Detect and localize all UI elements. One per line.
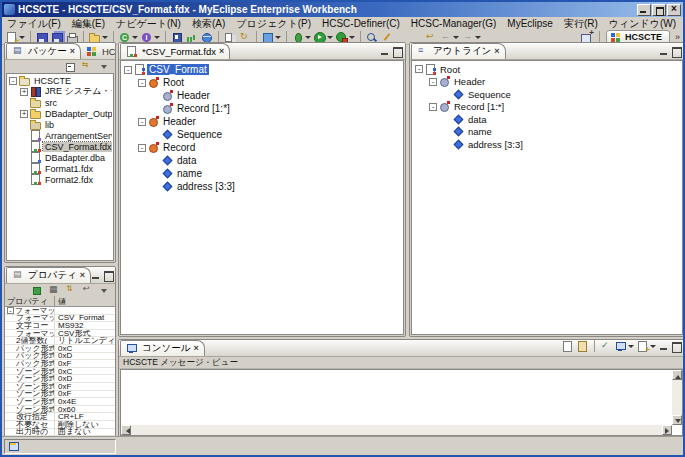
column-header-property[interactable]: プロパティ xyxy=(5,296,55,307)
scroll-down-button[interactable] xyxy=(672,415,682,425)
tab-console[interactable]: コンソール xyxy=(120,340,205,356)
close-icon[interactable] xyxy=(219,47,224,56)
tree-item[interactable]: DBadapter.dba xyxy=(8,152,112,163)
menu-item-9[interactable]: ウィンドウ(W) xyxy=(609,17,676,31)
sash-horizontal-console[interactable] xyxy=(118,337,685,339)
expander-minus-icon[interactable] xyxy=(415,65,423,73)
tree-item[interactable]: CSV_Format.fdx xyxy=(8,141,112,152)
console-output[interactable] xyxy=(120,369,683,436)
tab-properties[interactable]: プロパティ xyxy=(6,267,91,283)
close-icon[interactable] xyxy=(70,47,75,56)
tree-item[interactable]: data xyxy=(414,113,680,126)
expander-minus-icon[interactable] xyxy=(138,118,146,126)
expander-plus-icon[interactable] xyxy=(20,110,28,118)
restore-defaults-button[interactable] xyxy=(81,284,95,298)
expander-minus-icon[interactable] xyxy=(9,77,17,85)
maximize-editor-button[interactable] xyxy=(392,47,402,56)
view-menu-button[interactable] xyxy=(98,284,112,298)
show-categories-button[interactable] xyxy=(47,284,61,298)
tree-item[interactable]: DBadapter_Output xyxy=(8,108,112,119)
perspective-overflow-chevron[interactable] xyxy=(675,32,680,42)
console-horizontal-scrollbar[interactable] xyxy=(121,425,672,435)
menu-item-2[interactable]: ナビゲート(N) xyxy=(116,17,181,31)
collapse-all-button[interactable] xyxy=(64,60,78,74)
tree-item[interactable]: JRE システム・ライブラリー [jdk] xyxy=(8,86,112,97)
tree-item[interactable]: address [3:3] xyxy=(414,138,680,151)
tab-editor-csv-format[interactable]: *CSV_Format.fdx xyxy=(120,43,230,59)
menu-item-0[interactable]: ファイル(F) xyxy=(7,17,61,31)
window-restore-button[interactable] xyxy=(652,4,666,16)
open-console-button[interactable] xyxy=(636,339,657,353)
minimize-editor-button[interactable] xyxy=(380,47,390,56)
expander-minus-icon[interactable] xyxy=(124,66,132,74)
tree-item[interactable]: data xyxy=(123,154,401,167)
maximize-view-button[interactable] xyxy=(671,47,681,56)
expander-minus-icon[interactable] xyxy=(429,103,437,111)
filter-properties-button[interactable] xyxy=(64,284,78,298)
menu-item-3[interactable]: 検索(A) xyxy=(192,17,225,31)
menu-item-7[interactable]: MyEclipse xyxy=(507,18,553,29)
close-icon[interactable] xyxy=(494,47,499,56)
menu-item-1[interactable]: 編集(E) xyxy=(72,17,105,31)
tab-hcscte-view[interactable]: HCSCTE xyxy=(81,43,116,59)
display-console-button[interactable] xyxy=(614,339,635,353)
tree-item[interactable]: src xyxy=(8,97,112,108)
close-icon[interactable] xyxy=(193,344,198,353)
sash-vertical-main[interactable] xyxy=(116,42,118,438)
column-header-value[interactable]: 値 xyxy=(55,296,115,307)
menu-item-4[interactable]: プロジェクト(P) xyxy=(236,17,311,31)
maximize-view-button[interactable] xyxy=(103,271,113,280)
tree-item[interactable]: Header xyxy=(123,89,401,102)
tab-outline[interactable]: アウトライン xyxy=(411,43,506,59)
tree-item[interactable]: Record xyxy=(123,141,401,154)
expander-plus-icon[interactable] xyxy=(20,88,28,96)
pin-console-button[interactable] xyxy=(576,339,590,353)
tree-item[interactable]: Header xyxy=(123,115,401,128)
tree-item[interactable]: CSV_Format xyxy=(123,63,401,76)
link-with-editor-button[interactable] xyxy=(81,60,95,74)
tree-item[interactable]: lib xyxy=(8,119,112,130)
window-minimize-button[interactable] xyxy=(637,4,651,16)
tree-item[interactable]: Record [1:*] xyxy=(123,102,401,115)
window-title: HCSCTE - HCSCTE/CSV_Format.fdx - MyEclip… xyxy=(18,4,357,15)
tree-item[interactable]: Sequence xyxy=(123,128,401,141)
property-row[interactable]: 出力時の囲まない xyxy=(5,429,115,437)
sash-vertical-editor-outline[interactable] xyxy=(406,42,409,337)
tree-item[interactable]: ArrangementService.wsdl xyxy=(8,130,112,141)
tree-item[interactable]: name xyxy=(414,126,680,139)
tab-package-explorer[interactable]: パッケー xyxy=(6,43,81,59)
display-selected-console-button[interactable] xyxy=(599,339,613,353)
menu-item-5[interactable]: HCSC-Definer(C) xyxy=(322,18,400,29)
tree-item[interactable]: Root xyxy=(123,76,401,89)
tree-item[interactable]: Record [1:*] xyxy=(414,101,680,114)
fast-view-icon[interactable] xyxy=(8,441,20,452)
close-icon[interactable] xyxy=(80,271,85,280)
title-bar[interactable]: HCSCTE - HCSCTE/CSV_Format.fdx - MyEclip… xyxy=(2,2,683,17)
menu-item-6[interactable]: HCSC-Manager(G) xyxy=(411,18,497,29)
minimize-view-button[interactable] xyxy=(659,342,669,351)
tree-item[interactable]: Root xyxy=(414,63,680,76)
expander-minus-icon[interactable] xyxy=(138,144,146,152)
tree-item[interactable]: Sequence xyxy=(414,88,680,101)
sash-horizontal-left[interactable] xyxy=(4,263,116,266)
window-close-button[interactable] xyxy=(667,4,681,16)
scroll-right-button[interactable] xyxy=(662,425,672,435)
scroll-up-button[interactable] xyxy=(672,370,682,380)
maximize-view-button[interactable] xyxy=(671,342,681,351)
console-vertical-scrollbar[interactable] xyxy=(672,370,682,425)
tree-item[interactable]: Format2.fdx xyxy=(8,174,112,185)
pin-properties-button[interactable] xyxy=(30,284,44,298)
expander-minus-icon[interactable] xyxy=(7,307,14,314)
expander-minus-icon[interactable] xyxy=(429,78,437,86)
clear-console-button[interactable] xyxy=(561,339,575,353)
tree-item[interactable]: address [3:3] xyxy=(123,180,401,193)
scroll-left-button[interactable] xyxy=(121,425,131,435)
tree-item[interactable]: HCSCTE xyxy=(8,75,112,86)
tree-item[interactable]: Format1.fdx xyxy=(8,163,112,174)
tree-item[interactable]: name xyxy=(123,167,401,180)
minimize-view-button[interactable] xyxy=(659,47,669,56)
minimize-view-button[interactable] xyxy=(91,271,101,280)
view-menu-button[interactable] xyxy=(98,60,112,74)
expander-minus-icon[interactable] xyxy=(138,79,146,87)
tree-item[interactable]: Header xyxy=(414,76,680,89)
